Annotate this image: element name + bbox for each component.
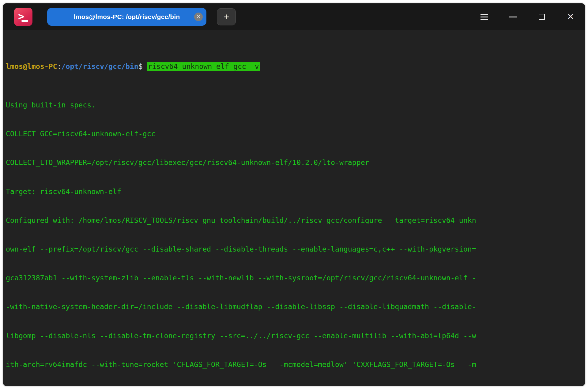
prompt-dollar: $ <box>138 62 143 70</box>
terminal-window: > lmos@lmos-PC: /opt/riscv/gcc/bin ✕ + ✕ <box>3 3 585 386</box>
terminal-output-line: ith-arch=rv64imafdc --with-tune=rocket '… <box>6 360 585 369</box>
tab-close-button[interactable]: ✕ <box>194 13 203 21</box>
terminal-output-line: gca312387ab1 --with-system-zlib --enable… <box>6 273 585 282</box>
terminal-output-line: Target: riscv64-unknown-elf <box>6 187 585 196</box>
maximize-button[interactable] <box>527 3 556 30</box>
prompt-underscore-icon <box>21 20 28 22</box>
minimize-button[interactable] <box>499 3 527 30</box>
prompt-user-host: lmos@lmos-PC <box>6 62 57 70</box>
title-bar: > lmos@lmos-PC: /opt/riscv/gcc/bin ✕ + ✕ <box>3 3 585 30</box>
terminal-output-line: own-elf --prefix=/opt/riscv/gcc --disabl… <box>6 244 585 254</box>
prompt-colon: : <box>57 62 62 70</box>
terminal-prompt-line: lmos@lmos-PC:/opt/riscv/gcc/bin$riscv64-… <box>6 62 585 71</box>
terminal-app-icon: > <box>14 8 32 26</box>
maximize-icon <box>539 14 545 20</box>
menu-button[interactable] <box>470 3 499 30</box>
terminal-output-line: libgomp --disable-nls --disable-tm-clone… <box>6 331 585 340</box>
close-button[interactable]: ✕ <box>556 3 585 30</box>
hamburger-menu-icon <box>481 14 488 20</box>
prompt-path: /opt/riscv/gcc/bin <box>62 62 138 70</box>
terminal-output-line: Using built-in specs. <box>6 100 585 110</box>
terminal-output-line: Configured with: /home/lmos/RISCV_TOOLS/… <box>6 215 585 225</box>
tab-title: lmos@lmos-PC: /opt/riscv/gcc/bin <box>74 13 180 21</box>
window-controls: ✕ <box>470 3 585 30</box>
tab-active[interactable]: lmos@lmos-PC: /opt/riscv/gcc/bin ✕ <box>47 8 206 26</box>
terminal-output-line: COLLECT_LTO_WRAPPER=/opt/riscv/gcc/libex… <box>6 158 585 167</box>
terminal-output-line: -with-native-system-header-dir=/include … <box>6 302 585 311</box>
terminal-content[interactable]: lmos@lmos-PC:/opt/riscv/gcc/bin$riscv64-… <box>3 30 585 386</box>
close-icon: ✕ <box>567 13 574 21</box>
new-tab-button[interactable]: + <box>217 8 236 25</box>
minimize-icon <box>509 17 517 17</box>
selected-command-text[interactable]: riscv64-unknown-elf-gcc -v <box>147 62 260 71</box>
terminal-output-line: COLLECT_GCC=riscv64-unknown-elf-gcc <box>6 129 585 138</box>
